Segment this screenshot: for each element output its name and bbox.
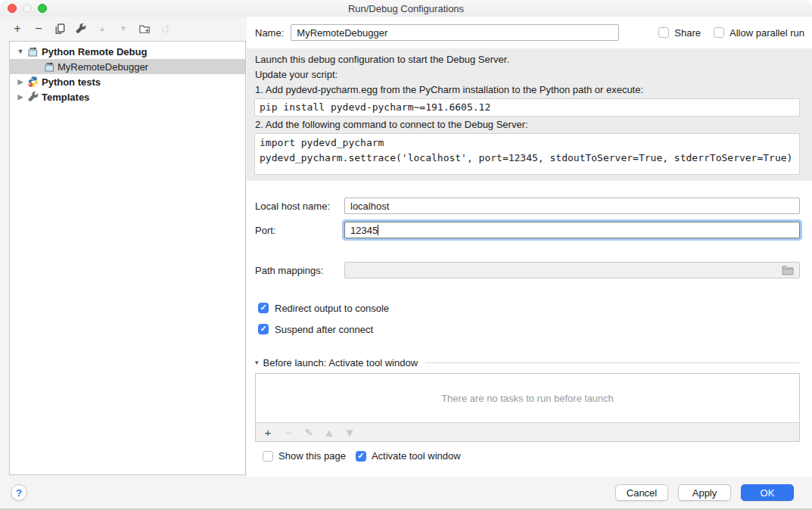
browse-folder-icon[interactable] <box>782 266 794 275</box>
ok-button[interactable]: OK <box>741 484 794 501</box>
collapse-arrow-icon[interactable]: ▼ <box>17 48 24 55</box>
before-launch-empty-text: There are no tasks to run before launch <box>256 374 799 422</box>
share-checkbox[interactable]: ✓ <box>658 27 669 38</box>
description-line: Launch this debug configuration to start… <box>254 52 800 67</box>
python-tests-icon <box>27 76 39 87</box>
move-up-icon: ▲ <box>97 23 107 35</box>
pip-install-code-snippet: pip install pydevd-pycharm~=191.6605.12 <box>254 98 800 117</box>
configurations-sidebar: + − ▲ ▼ ↓ a z <box>0 17 247 477</box>
tree-item-python-remote-debug[interactable]: ▼ Python Remote Debug <box>10 44 245 59</box>
edit-task-icon: ✎ <box>303 426 314 438</box>
dialog-footer: ? Cancel Apply OK <box>0 477 812 508</box>
path-mappings-label: Path mappings: <box>255 265 344 276</box>
section-collapse-icon[interactable]: ▾ <box>255 359 259 366</box>
close-button[interactable] <box>8 4 17 13</box>
traffic-lights <box>8 4 47 13</box>
add-task-icon[interactable]: + <box>263 426 273 438</box>
expand-arrow-icon[interactable]: ▶ <box>17 93 24 101</box>
local-host-name-input[interactable]: localhost <box>344 197 800 214</box>
copy-configuration-icon[interactable] <box>54 23 65 35</box>
edit-templates-icon[interactable] <box>76 23 86 35</box>
sort-configurations-icon: ↓ a z <box>160 23 176 34</box>
wrench-icon <box>27 92 39 102</box>
apply-button[interactable]: Apply <box>678 484 731 501</box>
help-button[interactable]: ? <box>11 484 27 501</box>
remove-configuration-icon[interactable]: − <box>33 23 44 35</box>
tree-item-label: Python Remote Debug <box>42 46 147 58</box>
show-this-page-checkbox[interactable]: ✓ <box>263 451 273 462</box>
check-icon: ✓ <box>260 303 266 313</box>
redirect-output-checkbox[interactable]: ✓ <box>258 303 269 313</box>
name-label: Name: <box>255 27 284 39</box>
before-launch-section-header[interactable]: ▾ Before launch: Activate tool window <box>255 356 800 369</box>
text-caret <box>378 225 378 235</box>
sidebar-toolbar: + − ▲ ▼ ↓ a z <box>0 17 247 41</box>
before-launch-tasks-panel: There are no tasks to run before launch … <box>255 373 800 442</box>
section-rule <box>425 362 800 363</box>
remove-task-icon: − <box>283 426 294 438</box>
description-step-2: 2. Add the following command to connect … <box>254 117 800 132</box>
activate-tool-window-checkbox[interactable]: ✓ <box>356 451 366 462</box>
configuration-editor: Name: MyRemoteDebugger ✓ Share ✓ Allow p… <box>247 17 812 477</box>
tree-item-templates[interactable]: ▶ Templates <box>10 89 245 104</box>
new-folder-icon[interactable] <box>139 23 150 35</box>
description-line: Update your script: <box>254 67 800 82</box>
zoom-button[interactable] <box>38 4 47 13</box>
description-panel: Launch this debug configuration to start… <box>247 48 812 181</box>
minimize-button <box>23 4 32 13</box>
suspend-after-connect-label: Suspend after connect <box>275 324 373 335</box>
check-icon: ✓ <box>260 324 266 334</box>
name-input[interactable]: MyRemoteDebugger <box>291 24 619 41</box>
path-mappings-input[interactable] <box>344 262 800 278</box>
expand-arrow-icon[interactable]: ▶ <box>17 78 24 86</box>
window-title: Run/Debug Configurations <box>348 3 464 14</box>
description-step-1: 1. Add pydevd-pycharm.egg from the PyCha… <box>254 82 800 98</box>
before-launch-title: Before launch: Activate tool window <box>263 357 418 369</box>
share-label: Share <box>674 27 701 39</box>
port-label: Port: <box>255 225 344 236</box>
add-configuration-icon[interactable]: + <box>12 23 23 35</box>
tree-item-label: Python tests <box>42 76 101 88</box>
move-down-icon: ▼ <box>118 23 129 35</box>
tree-item-label: MyRemoteDebugger <box>58 61 148 73</box>
move-task-up-icon: ▲ <box>324 426 334 438</box>
before-launch-toolbar: + − ✎ ▲ ▼ <box>256 422 799 441</box>
move-task-down-icon: ▼ <box>344 426 355 438</box>
help-icon: ? <box>16 487 22 499</box>
title-bar: Run/Debug Configurations <box>0 0 812 17</box>
local-host-name-label: Local host name: <box>255 201 344 212</box>
tree-item-label: Templates <box>42 92 89 103</box>
check-icon: ✓ <box>357 451 364 461</box>
run-debug-configurations-dialog: Run/Debug Configurations + − ▲ ▼ ↓ <box>0 0 812 510</box>
remote-debug-icon <box>44 62 55 72</box>
settrace-code-snippet: import pydevd_pycharm pydevd_pycharm.set… <box>254 133 800 175</box>
tree-item-myremotedebugger[interactable]: MyRemoteDebugger <box>10 59 245 74</box>
remote-debug-icon <box>27 47 39 57</box>
show-this-page-label: Show this page <box>278 450 346 462</box>
suspend-after-connect-checkbox[interactable]: ✓ <box>258 324 269 334</box>
cancel-button[interactable]: Cancel <box>615 484 668 501</box>
tree-item-python-tests[interactable]: ▶ Python tests <box>10 74 245 89</box>
allow-parallel-run-checkbox[interactable]: ✓ <box>714 27 724 38</box>
redirect-output-label: Redirect output to console <box>275 303 389 314</box>
allow-parallel-run-label: Allow parallel run <box>730 27 804 39</box>
port-input[interactable]: 12345 <box>344 222 800 238</box>
activate-tool-window-label: Activate tool window <box>372 450 461 462</box>
configurations-tree: ▼ Python Remote Debug MyRemoteDebugger ▶ <box>9 41 246 475</box>
